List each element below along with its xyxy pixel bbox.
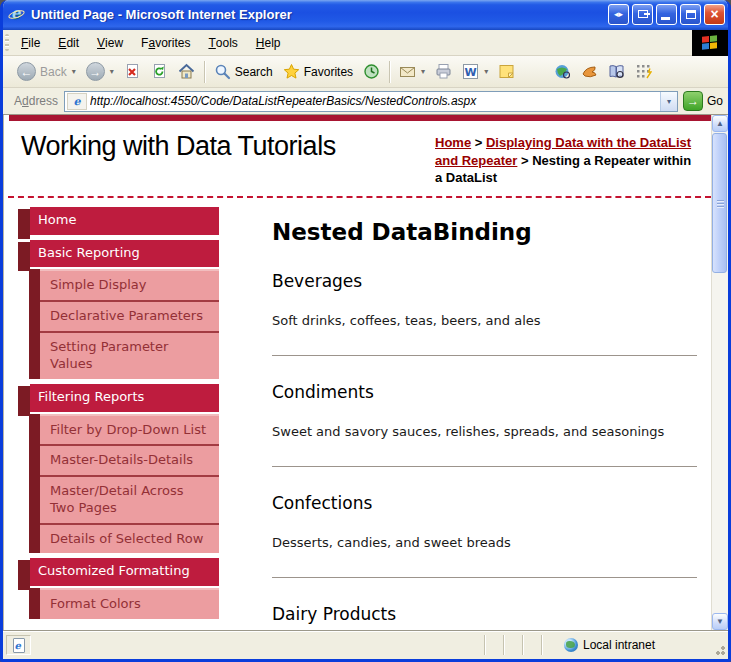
edit-dropdown-icon: ▾ — [484, 67, 488, 76]
svg-text:W: W — [465, 66, 477, 79]
sidebar-item-declarative-parameters[interactable]: Declarative Parameters — [40, 300, 219, 331]
browser-viewport: Working with Data Tutorials Home > Displ… — [3, 115, 728, 630]
forward-button[interactable]: → ▾ — [81, 59, 119, 84]
favorites-star-icon — [283, 63, 300, 80]
word-icon: W — [462, 63, 479, 80]
sidebar-item-format-colors[interactable]: Format Colors — [40, 588, 219, 619]
pan-button[interactable]: ◂▸ — [608, 4, 629, 25]
minimize-button[interactable] — [656, 4, 677, 25]
breadcrumb-home-link[interactable]: Home — [435, 135, 471, 150]
maximize-button[interactable] — [680, 4, 701, 25]
category-section: Confections Desserts, candies, and sweet… — [272, 493, 697, 578]
section-divider — [272, 355, 697, 356]
back-button[interactable]: ← Back ▾ — [12, 59, 81, 84]
address-url[interactable]: http://localhost:4550/Code/DataListRepea… — [90, 94, 660, 108]
page-favicon: e — [67, 93, 87, 110]
vertical-scrollbar[interactable]: ▲ ▼ — [711, 115, 728, 630]
category-section: Dairy Products Cheeses — [272, 604, 697, 630]
category-title: Condiments — [272, 382, 697, 402]
sidebar-item-filtering-reports[interactable]: Filtering Reports — [30, 384, 219, 412]
category-title: Confections — [272, 493, 697, 513]
mail-dropdown-icon: ▾ — [421, 67, 425, 76]
scrollbar-track[interactable] — [712, 132, 728, 613]
popout-button[interactable] — [632, 4, 653, 25]
windows-flag-icon — [702, 35, 718, 51]
research-button[interactable] — [603, 60, 630, 83]
menu-edit[interactable]: Edit — [49, 30, 88, 55]
address-input[interactable]: e http://localhost:4550/Code/DataListRep… — [64, 91, 678, 112]
close-button[interactable]: × — [704, 4, 725, 25]
globe-search-icon — [554, 63, 571, 80]
sidebar-item-filter-by-dropdown-list[interactable]: Filter by Drop-Down List — [40, 414, 219, 445]
home-icon — [178, 63, 195, 80]
browser-window: e Untitled Page - Microsoft Internet Exp… — [0, 0, 731, 662]
sidebar-item-setting-parameter-values[interactable]: Setting Parameter Values — [40, 331, 219, 379]
stop-icon — [124, 63, 141, 80]
main-content: Nested DataBinding Beverages Soft drinks… — [219, 207, 711, 630]
address-bar: Address e http://localhost:4550/Code/Dat… — [3, 88, 728, 115]
book-search-icon — [608, 63, 625, 80]
status-bar: e Local intranet — [3, 630, 728, 659]
intranet-globe-icon — [564, 638, 578, 652]
security-zone-cell: Local intranet — [560, 635, 710, 655]
category-description: Sweet and savory sauces, relishes, sprea… — [272, 424, 697, 439]
category-section: Beverages Soft drinks, coffees, teas, be… — [272, 271, 697, 356]
category-description: Soft drinks, coffees, teas, beers, and a… — [272, 313, 697, 328]
standard-toolbar: ← Back ▾ → ▾ — [3, 56, 728, 88]
print-button[interactable] — [430, 60, 457, 83]
section-divider — [272, 466, 697, 467]
menu-view[interactable]: View — [88, 30, 132, 55]
breadcrumb: Home > Displaying Data with the DataList… — [435, 134, 695, 187]
sidebar-item-home[interactable]: Home — [30, 207, 219, 235]
address-label: Address — [14, 94, 58, 108]
resize-grip[interactable] — [712, 642, 726, 656]
history-button[interactable] — [358, 60, 385, 83]
home-button[interactable] — [173, 60, 200, 83]
msn-explorer-button[interactable] — [549, 60, 576, 83]
menubar-grip[interactable] — [5, 34, 9, 51]
stop-button[interactable] — [119, 60, 146, 83]
sidebar-item-simple-display[interactable]: Simple Display — [40, 269, 219, 300]
go-button[interactable]: → Go — [683, 91, 723, 111]
mail-button[interactable]: ▾ — [394, 60, 430, 83]
messenger-hand-icon — [581, 63, 598, 80]
status-message-cell — [33, 635, 482, 655]
refresh-button[interactable] — [146, 60, 173, 83]
scroll-down-button[interactable]: ▼ — [712, 613, 728, 630]
scroll-up-button[interactable]: ▲ — [712, 115, 728, 132]
menu-favorites[interactable]: Favorites — [132, 30, 199, 55]
category-title: Dairy Products — [272, 604, 697, 624]
scrollbar-thumb[interactable] — [712, 133, 727, 273]
sidebar-item-master-detail-across-two-pages[interactable]: Master/Detail Across Two Pages — [40, 475, 219, 523]
sidebar-item-master-details-details[interactable]: Master-Details-Details — [40, 444, 219, 475]
forward-icon: → — [86, 62, 105, 81]
search-icon — [214, 63, 231, 80]
menu-tools[interactable]: Tools — [199, 30, 246, 55]
status-pane-separator — [503, 635, 520, 655]
favorites-button[interactable]: Favorites — [278, 60, 358, 83]
edit-with-word-button[interactable]: W ▾ — [457, 60, 493, 83]
back-dropdown-icon: ▾ — [72, 67, 76, 76]
ie-logo-icon: e — [8, 5, 26, 23]
quick-launch-button[interactable] — [630, 60, 657, 83]
sidebar-item-details-of-selected-row[interactable]: Details of Selected Row — [40, 523, 219, 554]
category-description: Desserts, candies, and sweet breads — [272, 535, 697, 550]
messenger-button[interactable] — [576, 60, 603, 83]
print-icon — [435, 63, 452, 80]
security-zone-label: Local intranet — [583, 638, 655, 652]
mail-icon — [399, 63, 416, 80]
menu-file[interactable]: File — [12, 30, 49, 55]
search-button[interactable]: Search — [209, 60, 278, 83]
sidebar-item-customized-formatting[interactable]: Customized Formatting — [30, 558, 219, 586]
back-icon: ← — [17, 62, 36, 81]
toolbar-separator — [204, 61, 205, 83]
notes-button[interactable] — [493, 60, 520, 83]
web-page: Working with Data Tutorials Home > Displ… — [4, 115, 711, 630]
note-icon — [498, 63, 515, 80]
windows-logo-throbber — [692, 30, 728, 56]
address-dropdown-button[interactable]: ▾ — [660, 92, 677, 111]
filtering-reports-sublist: Filter by Drop-Down List Master-Details-… — [29, 414, 219, 554]
dotted-grid-icon — [635, 63, 652, 80]
menu-help[interactable]: Help — [247, 30, 290, 55]
sidebar-item-basic-reporting[interactable]: Basic Reporting — [30, 240, 219, 268]
